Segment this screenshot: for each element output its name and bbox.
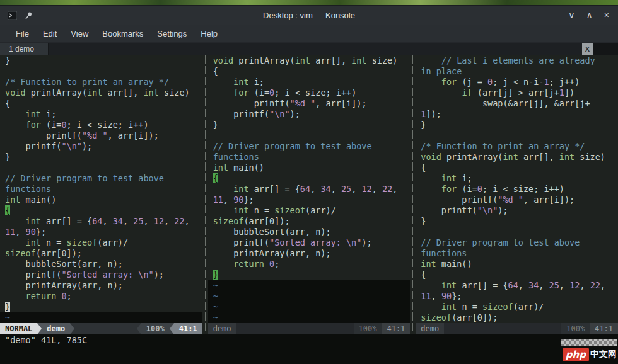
code-line: int i; — [416, 173, 618, 184]
code-line: int n = sizeof(arr)/ — [0, 237, 202, 248]
tab-demo[interactable]: 1 demo — [0, 43, 49, 55]
code-line: int main() — [416, 259, 618, 270]
terminal-area[interactable]: }/* Function to print an array */void pr… — [0, 55, 618, 364]
code-line: sizeof(arr[0]); — [0, 248, 202, 259]
code-line: in place — [416, 66, 618, 77]
minimize-button[interactable]: ∨ — [568, 11, 574, 20]
menu-item-bookmarks[interactable]: Bookmarks — [96, 26, 149, 41]
code-line: } — [0, 152, 202, 162]
statusline-filename: demo — [42, 323, 70, 334]
code-line: bubbleSort(arr, n); — [208, 227, 411, 237]
watermark-cn-text: 中文网 — [590, 349, 617, 360]
vim-pane-0-empty: ~ — [0, 312, 202, 323]
code-line: } — [416, 216, 618, 227]
code-line: printf("%d ", arr[i]); — [208, 98, 411, 109]
vim-pane-2[interactable]: // Last i elements are alreadyin place f… — [416, 55, 618, 334]
code-line: { — [208, 66, 411, 77]
code-line — [0, 162, 202, 173]
konsole-window: Desktop : vim — Konsole ∨ ∧ × File Edit … — [0, 5, 618, 364]
code-line: for (i=0; i < size; i++) — [208, 88, 411, 98]
tabbar-spacer — [49, 43, 582, 55]
empty-line-tilde: ~ — [0, 312, 202, 323]
code-line — [416, 130, 618, 141]
statusline-percent: 100% — [141, 323, 170, 334]
vim-pane-0-code: }/* Function to print an array */void pr… — [0, 55, 202, 312]
vim-pane-1-statusline: demo100%41:1 — [208, 323, 411, 334]
code-line: int i; — [208, 77, 411, 88]
code-line: void printArray(int arr[], int size) — [0, 88, 202, 98]
code-line: { — [0, 98, 202, 109]
tab-close-button[interactable]: X — [582, 43, 593, 55]
code-line: // Driver program to test above — [416, 237, 618, 248]
empty-line-tilde: ~ — [208, 302, 411, 312]
code-line: swap(&arr[j], &arr[j+ — [416, 98, 618, 109]
code-line: bubbleSort(arr, n); — [0, 259, 202, 270]
code-line: sizeof(arr[0]); — [416, 312, 618, 323]
empty-line-tilde: ~ — [208, 312, 411, 323]
code-line: { — [416, 270, 618, 280]
statusline-position: 41:1 — [382, 323, 410, 334]
code-line: int i; — [0, 109, 202, 120]
code-line: 1]); — [416, 109, 618, 120]
vim-pane-2-code: // Last i elements are alreadyin place f… — [416, 55, 618, 323]
vim-pane-1-empty: ~~~~ — [208, 280, 411, 323]
screen: Desktop : vim — Konsole ∨ ∧ × File Edit … — [0, 0, 618, 364]
code-line: functions — [0, 184, 202, 195]
code-line: printf("\n"); — [416, 205, 618, 216]
vim-splits: }/* Function to print an array */void pr… — [0, 55, 618, 334]
statusline-filename: demo — [208, 323, 236, 334]
code-line: int n = sizeof(arr)/ — [208, 205, 411, 216]
separator-line — [412, 55, 413, 334]
menu-item-file[interactable]: File — [10, 26, 35, 41]
vim-pane-1[interactable]: void printArray(int arr[], int size){ in… — [208, 55, 411, 334]
code-line: /* Function to print an array */ — [416, 141, 618, 152]
code-line: for (i=0; i < size; i++) — [416, 184, 618, 195]
watermark-php-cn: php 中文网 — [551, 339, 617, 361]
menu-item-view[interactable]: View — [65, 26, 94, 41]
code-line: printf("%d ", arr[i]); — [416, 195, 618, 205]
code-line: } — [0, 55, 202, 66]
code-line: int main() — [208, 162, 411, 173]
code-line — [0, 66, 202, 77]
code-line: { — [208, 173, 411, 184]
code-line: printf("%d ", arr[i]); — [0, 130, 202, 141]
close-button[interactable]: × — [604, 11, 609, 20]
tabbar: 1 demo X — [0, 43, 618, 55]
tabbar-end-spacer — [593, 43, 618, 55]
code-line: return 0; — [208, 259, 411, 270]
code-line: printf("\n"); — [0, 141, 202, 152]
separator-line — [205, 55, 206, 334]
code-line — [416, 227, 618, 237]
maximize-button[interactable]: ∧ — [586, 11, 593, 20]
vim-split-separator-1[interactable] — [202, 55, 208, 334]
code-line: int arr[] = {64, 34, 25, 12, 22, — [416, 280, 618, 291]
pin-icon[interactable] — [25, 11, 33, 20]
statusline-percent: 100% — [561, 323, 590, 334]
code-line: } — [416, 120, 618, 130]
vim-pane-1-code: void printArray(int arr[], int size){ in… — [208, 55, 411, 280]
code-line: return 0; — [0, 291, 202, 302]
code-line: sizeof(arr[0]); — [208, 216, 411, 227]
menu-item-settings[interactable]: Settings — [151, 26, 192, 41]
watermark-php-logo: php — [563, 348, 589, 361]
menu-item-help[interactable]: Help — [195, 26, 223, 41]
code-line: functions — [416, 248, 618, 259]
statusline-mode: NORMAL — [0, 323, 37, 334]
code-line: void printArray(int arr[], int size) — [208, 55, 411, 66]
titlebar[interactable]: Desktop : vim — Konsole ∨ ∧ × — [0, 6, 618, 25]
vim-split-separator-2[interactable] — [410, 55, 416, 334]
code-line: 11, 90}; — [416, 291, 618, 302]
code-line: printArray(arr, n); — [208, 248, 411, 259]
vim-pane-0[interactable]: }/* Function to print an array */void pr… — [0, 55, 202, 334]
konsole-icon — [8, 11, 17, 20]
menubar: File Edit View Bookmarks Settings Help — [0, 25, 618, 43]
window-title: Desktop : vim — Konsole — [0, 11, 618, 20]
menu-item-edit[interactable]: Edit — [37, 26, 62, 41]
tab-label: 1 demo — [9, 45, 34, 54]
code-line: } — [0, 302, 202, 312]
code-line: void printArray(int arr[], int size) — [416, 152, 618, 162]
statusline-filename: demo — [416, 323, 444, 334]
statusline-position: 41:1 — [590, 323, 618, 334]
code-line: int main() — [0, 195, 202, 205]
code-line: functions — [208, 152, 411, 162]
